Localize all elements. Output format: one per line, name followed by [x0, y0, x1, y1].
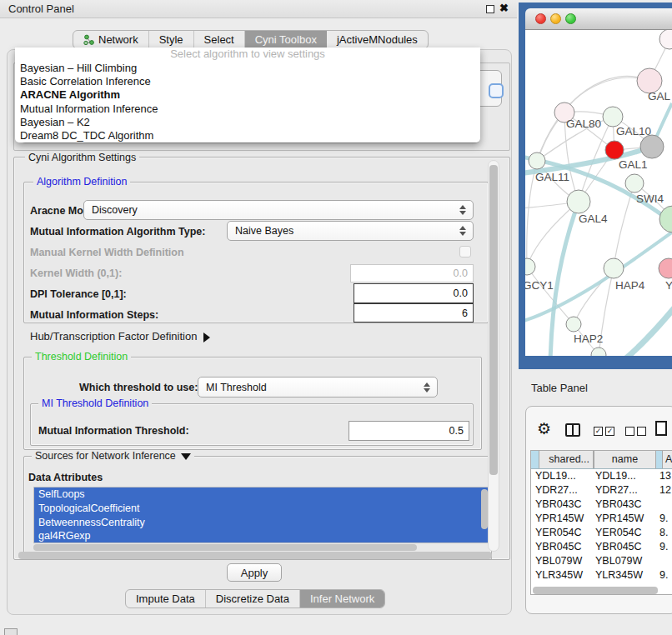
data-attributes-list[interactable]: SelfLoopsTopologicalCoefficientBetweenne… — [33, 487, 490, 543]
network-canvas[interactable]: GALGAL80GAL10GAL1SWI4GAL11GAL4GCY1HAP4YH… — [525, 30, 672, 356]
table-rows[interactable]: YDL19...YDL19...13YDR27...YDR27...12YBR0… — [531, 469, 672, 585]
network-node[interactable] — [605, 141, 624, 159]
network-node[interactable] — [567, 190, 590, 213]
attribute-item[interactable]: SelfLoops — [34, 488, 489, 502]
network-node[interactable] — [659, 206, 672, 232]
table-panel-title: Table Panel — [531, 382, 588, 394]
dropdown-item[interactable]: Mutual Information Inference — [15, 102, 480, 116]
table-cell: 9. — [659, 512, 668, 524]
tab-label: Discretize Data — [216, 592, 289, 605]
attribute-item[interactable]: TopologicalCoefficient — [34, 502, 489, 516]
attribute-item[interactable]: gal4RGexp — [34, 529, 489, 543]
network-node[interactable] — [625, 174, 644, 192]
table-cell: 9. — [659, 541, 668, 552]
table-row[interactable]: YER054CYER054C8. — [531, 526, 672, 540]
split-columns-icon[interactable] — [565, 423, 580, 437]
table-header-row: shared... name A — [531, 451, 672, 469]
dropdown-item[interactable]: Dream8 DC_TDC Algorithm — [15, 129, 480, 142]
column-header-shared-name[interactable]: shared... — [539, 451, 594, 468]
network-node[interactable] — [640, 135, 664, 158]
close-icon[interactable]: ✖ — [499, 2, 509, 14]
mi-threshold-field[interactable]: 0.5 — [349, 421, 469, 441]
table-cell: 9. — [659, 569, 668, 581]
network-node[interactable] — [525, 258, 535, 275]
table-cell: YER054C — [595, 527, 642, 538]
tab-impute-data[interactable]: Impute Data — [126, 590, 206, 608]
unchecked-checkbox-icon[interactable] — [637, 427, 646, 436]
mi-type-label: Mutual Information Algorithm Type: — [30, 226, 205, 238]
collapsed-panel-icon[interactable] — [4, 628, 18, 635]
tab-jactivemnodules[interactable]: jActiveMNodules — [327, 31, 428, 48]
attribute-item[interactable]: BetweennessCentrality — [34, 516, 489, 530]
aracne-mode-combo[interactable]: Discovery — [83, 200, 474, 220]
table-row[interactable]: YDR27...YDR27...12 — [531, 483, 672, 498]
dpi-tolerance-label: DPI Tolerance [0,1]: — [30, 288, 127, 300]
checked-checkbox-icon[interactable]: ✓ — [605, 427, 614, 436]
dropdown-item[interactable]: ARACNE Algorithm — [15, 88, 480, 102]
table-cell: YLR345W — [535, 569, 583, 581]
dropdown-item[interactable]: Bayesian – Hill Climbing — [15, 62, 480, 75]
column-header-name[interactable]: name — [594, 451, 656, 468]
table-hscrollbar[interactable] — [533, 587, 658, 594]
network-node[interactable] — [603, 107, 623, 127]
kernel-width-label: Kernel Width (0,1): — [30, 268, 122, 279]
table-cell: YER054C — [535, 527, 582, 538]
tab-infer-network[interactable]: Infer Network — [300, 590, 384, 608]
panel-hscrollbar[interactable] — [18, 552, 492, 559]
tab-label: Select — [204, 33, 234, 46]
network-window-titlebar[interactable] — [525, 8, 672, 30]
manual-kernel-checkbox[interactable] — [459, 246, 471, 258]
table-row[interactable]: YBR045CYBR045C9. — [531, 540, 672, 554]
zoom-circle-icon[interactable] — [565, 13, 576, 24]
tab-discretize-data[interactable]: Discretize Data — [206, 590, 300, 608]
network-node[interactable] — [659, 30, 672, 49]
table-row[interactable]: YPR145WYPR145W9. — [531, 512, 672, 526]
table-row[interactable]: YBL079WYBL079W — [531, 554, 672, 568]
document-icon[interactable] — [655, 421, 667, 436]
gear-icon[interactable]: ⚙ — [537, 419, 551, 438]
list-hscrollbar[interactable] — [33, 544, 417, 551]
apply-button[interactable]: Apply — [227, 563, 282, 582]
which-threshold-combo[interactable]: MI Threshold — [198, 377, 438, 398]
tab-style[interactable]: Style — [149, 31, 194, 48]
tab-label: jActiveMNodules — [337, 33, 418, 46]
checked-checkbox-icon[interactable]: ✓ — [594, 427, 603, 436]
list-vscrollbar[interactable] — [481, 489, 488, 529]
close-circle-icon[interactable] — [535, 13, 546, 24]
node-label: GAL4 — [579, 212, 608, 225]
tab-select[interactable]: Select — [194, 31, 245, 48]
kernel-width-field[interactable]: 0.0 — [350, 264, 474, 282]
table-cell: YDR27... — [535, 484, 578, 496]
network-node[interactable] — [659, 258, 672, 278]
dropdown-item[interactable]: Bayesian – K2 — [15, 116, 480, 129]
which-threshold-label: Which threshold to use: — [79, 382, 198, 393]
network-node[interactable] — [604, 258, 624, 278]
float-window-icon[interactable] — [486, 5, 494, 13]
table-cell: 13 — [659, 470, 671, 482]
network-node[interactable] — [566, 317, 581, 332]
panel-vscrollbar-thumb[interactable] — [489, 165, 498, 475]
minimize-circle-icon[interactable] — [550, 13, 561, 24]
bottom-tabbar: Impute DataDiscretize DataInfer Network — [125, 589, 385, 608]
tab-cyni-toolbox[interactable]: Cyni Toolbox — [245, 31, 327, 48]
mi-type-combo[interactable]: Naive Bayes — [227, 221, 474, 241]
node-label: GAL1 — [619, 158, 648, 171]
table-row[interactable]: YLR345WYLR345W9. — [531, 568, 672, 582]
unchecked-checkbox-icon[interactable] — [625, 427, 634, 436]
hub-definition-row[interactable]: Hub/Transcription Factor Definition — [30, 330, 210, 342]
network-node[interactable] — [529, 152, 545, 169]
table-row[interactable]: YBR043CYBR043C — [531, 498, 672, 512]
table-row[interactable]: YDL19...YDL19...13 — [531, 469, 672, 483]
table-cell: YDR27... — [595, 484, 638, 496]
collapse-down-icon[interactable] — [181, 453, 191, 460]
dropdown-item[interactable]: Basic Correlation Inference — [15, 75, 480, 88]
table-row[interactable]: YIL053CYIL053C9 — [531, 582, 672, 585]
control-panel-titlebar: Control Panel ✖ — [0, 0, 517, 18]
expand-right-icon[interactable] — [203, 332, 210, 342]
mi-steps-field[interactable]: 6 — [354, 303, 474, 322]
column-header-partial[interactable]: A — [662, 451, 672, 468]
tab-label: Style — [159, 33, 183, 46]
dpi-tolerance-field[interactable]: 0.0 — [354, 283, 474, 303]
tab-label: Network — [98, 33, 138, 46]
tab-network[interactable]: Network — [73, 31, 149, 48]
